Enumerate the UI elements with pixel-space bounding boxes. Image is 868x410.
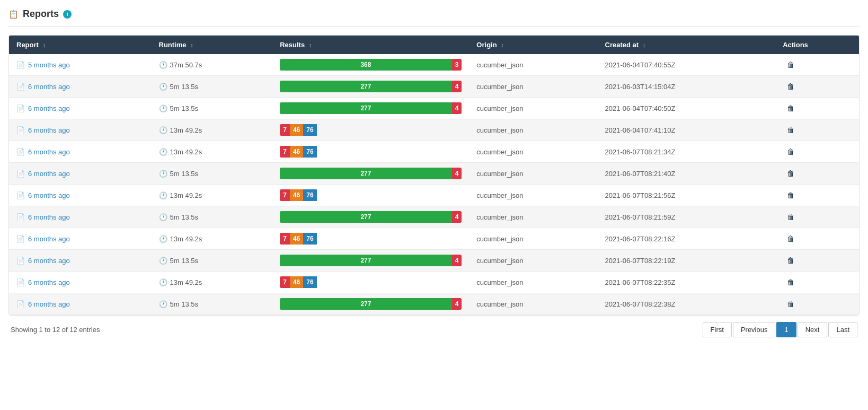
runtime-value: 🕐 13m 49.2s [159,278,265,286]
reports-table-wrapper: Report ↕ Runtime ↕ Results ↕ Origin ↕ [8,35,860,316]
clock-icon: 🕐 [159,257,167,265]
pagination: First Previous 1 Next Last [703,322,857,337]
runtime-cell: 🕐 13m 49.2s [152,141,273,163]
results-bar: 368 3 [280,59,462,71]
report-file-icon: 📄 [16,61,25,69]
table-row: 📄 6 months ago 🕐 13m 49.2s 7 46 76 cucum… [9,228,859,250]
table-row: 📄 6 months ago 🕐 13m 49.2s 7 46 76 cucum… [9,272,859,293]
runtime-cell: 🕐 5m 13.5s [152,250,273,272]
runtime-cell: 🕐 5m 13.5s [152,206,273,228]
sort-icon-results: ↕ [309,42,312,48]
report-link[interactable]: 📄 6 months ago [16,148,144,156]
delete-button[interactable]: 🗑 [783,167,799,180]
delete-button[interactable]: 🗑 [783,276,799,289]
page-container: 📋 Reports i Report ↕ Runtime ↕ Results [0,0,868,410]
table-body: 📄 5 months ago 🕐 37m 50.7s 368 3 cucumbe… [9,54,859,315]
clock-icon: 🕐 [159,170,167,178]
results-orange: 46 [290,146,303,158]
delete-button[interactable]: 🗑 [783,145,799,158]
clock-icon: 🕐 [159,61,167,69]
report-link[interactable]: 📄 6 months ago [16,213,144,221]
col-results[interactable]: Results ↕ [272,36,469,54]
results-bar: 7 46 76 [280,124,462,136]
results-cell: 7 46 76 [272,119,469,141]
report-link[interactable]: 📄 6 months ago [16,126,144,134]
actions-cell: 🗑 [775,185,859,206]
delete-button[interactable]: 🗑 [783,80,799,93]
created-at-cell: 2021-06-07T08:21:56Z [598,185,776,206]
origin-cell: cucumber_json [469,98,597,119]
delete-button[interactable]: 🗑 [783,102,799,115]
table-row: 📄 6 months ago 🕐 13m 49.2s 7 46 76 cucum… [9,185,859,206]
col-origin[interactable]: Origin ↕ [469,36,597,54]
delete-button[interactable]: 🗑 [783,254,799,267]
table-row: 📄 5 months ago 🕐 37m 50.7s 368 3 cucumbe… [9,54,859,76]
report-file-icon: 📄 [16,83,25,91]
table-row: 📄 6 months ago 🕐 5m 13.5s 277 4 cucumber… [9,163,859,185]
col-runtime[interactable]: Runtime ↕ [152,36,273,54]
created-at-cell: 2021-06-04T07:41:10Z [598,119,776,141]
report-file-icon: 📄 [16,191,25,199]
info-icon[interactable]: i [63,10,72,19]
report-file-icon: 📄 [16,235,25,243]
runtime-value: 🕐 5m 13.5s [159,300,265,308]
origin-cell: cucumber_json [469,293,597,315]
table-header: Report ↕ Runtime ↕ Results ↕ Origin ↕ [9,36,859,54]
results-cell: 277 4 [272,206,469,228]
actions-cell: 🗑 [775,98,859,119]
runtime-cell: 🕐 13m 49.2s [152,228,273,250]
results-bar: 7 46 76 [280,189,462,201]
origin-cell: cucumber_json [469,206,597,228]
results-blue: 76 [303,146,316,158]
col-report[interactable]: Report ↕ [9,36,152,54]
actions-cell: 🗑 [775,54,859,76]
current-page-button[interactable]: 1 [776,322,796,337]
report-file-icon: 📄 [16,257,25,265]
results-green: 277 [280,211,451,223]
last-page-button[interactable]: Last [828,322,857,337]
results-cell: 7 46 76 [272,228,469,250]
reports-icon: 📋 [8,10,19,19]
delete-button[interactable]: 🗑 [783,58,799,71]
delete-button[interactable]: 🗑 [783,232,799,245]
report-cell: 📄 6 months ago [9,163,152,185]
clock-icon: 🕐 [159,278,167,286]
actions-cell: 🗑 [775,293,859,315]
report-link[interactable]: 📄 6 months ago [16,191,144,199]
report-file-icon: 📄 [16,104,25,112]
report-cell: 📄 6 months ago [9,206,152,228]
report-link[interactable]: 📄 5 months ago [16,61,144,69]
results-cell: 277 4 [272,293,469,315]
report-cell: 📄 6 months ago [9,76,152,98]
results-blue: 76 [303,189,316,201]
results-cell: 7 46 76 [272,141,469,163]
delete-button[interactable]: 🗑 [783,211,799,223]
previous-page-button[interactable]: Previous [733,322,776,337]
created-at-cell: 2021-06-04T07:40:50Z [598,98,776,119]
reports-table: Report ↕ Runtime ↕ Results ↕ Origin ↕ [9,36,859,315]
origin-cell: cucumber_json [469,272,597,293]
clock-icon: 🕐 [159,104,167,112]
runtime-value: 🕐 5m 13.5s [159,83,265,91]
report-cell: 📄 6 months ago [9,272,152,293]
delete-button[interactable]: 🗑 [783,298,799,310]
actions-cell: 🗑 [775,163,859,185]
report-link[interactable]: 📄 6 months ago [16,235,144,243]
delete-button[interactable]: 🗑 [783,189,799,202]
results-red: 7 [280,276,290,288]
report-link[interactable]: 📄 6 months ago [16,104,144,112]
report-link[interactable]: 📄 6 months ago [16,83,144,91]
col-created-at[interactable]: Created at ↕ [598,36,776,54]
runtime-cell: 🕐 13m 49.2s [152,185,273,206]
report-cell: 📄 6 months ago [9,185,152,206]
report-cell: 📄 6 months ago [9,250,152,272]
report-link[interactable]: 📄 6 months ago [16,257,144,265]
next-page-button[interactable]: Next [798,322,828,337]
report-link[interactable]: 📄 6 months ago [16,170,144,178]
report-link[interactable]: 📄 6 months ago [16,278,144,286]
first-page-button[interactable]: First [703,322,732,337]
clock-icon: 🕐 [159,126,167,134]
report-link[interactable]: 📄 6 months ago [16,300,144,308]
runtime-cell: 🕐 13m 49.2s [152,272,273,293]
delete-button[interactable]: 🗑 [783,124,799,136]
